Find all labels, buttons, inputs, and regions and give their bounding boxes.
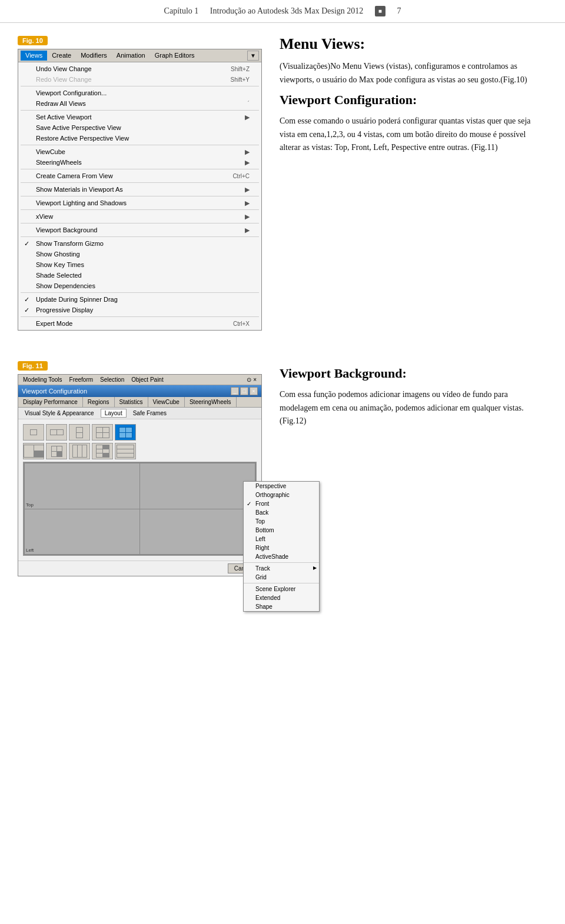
ctx-extended[interactable]: Extended (244, 593, 319, 602)
maximize-btn[interactable]: □ (240, 387, 248, 395)
vpconfig-description: Com esse comando o usuário poderá config… (280, 115, 547, 154)
menu-item-undo[interactable]: Undo View Change Shift+Z (18, 64, 261, 74)
main-content: Fig. 10 Views Create Modifiers Animation… (0, 23, 565, 588)
menu-item-showmaterials[interactable]: Show Materials in Viewport As ▶ (18, 184, 261, 195)
menu-item-showkeytimes[interactable]: Show Key Times (18, 259, 261, 270)
layout-btn-4[interactable] (92, 424, 113, 441)
menu-body: Undo View Change Shift+Z Redo View Chang… (18, 62, 261, 330)
ctx-activeshade[interactable]: ActiveShade (244, 552, 319, 561)
menu-item-restorepersp[interactable]: Restore Active Perspective View (18, 133, 261, 144)
ctx-front[interactable]: Front (244, 499, 319, 508)
menu-item-expertmode[interactable]: Expert Mode Ctrl+X (18, 318, 261, 329)
chapter-label: Capítulo 1 (164, 6, 199, 16)
toolbar-objpaint[interactable]: Object Paint (128, 376, 167, 383)
tab-display-perf[interactable]: Display Performance (18, 397, 83, 407)
vpbg-title: Viewport Background: (280, 366, 547, 381)
subtab-visual[interactable]: Visual Style & Appearance (21, 409, 98, 418)
max-icon: ■ (375, 6, 385, 16)
tab-viewcube[interactable]: ViewCube (148, 397, 185, 407)
fig10-label: Fig. 10 (18, 36, 48, 45)
menu-item-vpbackground[interactable]: Viewport Background ▶ (18, 225, 261, 235)
menu-item-vplighting[interactable]: Viewport Lighting and Shadows ▶ (18, 198, 261, 208)
menu-item-updatespinner[interactable]: Update During Spinner Drag (18, 294, 261, 305)
menu-bar-modifiers[interactable]: Modifiers (76, 51, 112, 61)
layout-btn-7[interactable] (46, 443, 67, 459)
sep5 (21, 182, 259, 183)
page-header: Capítulo 1 Introdução ao Autodesk 3ds Ma… (0, 0, 565, 23)
fig11-left: Fig. 11 Modeling Tools Freeform Selectio… (18, 360, 262, 576)
ctx-orthographic[interactable]: Orthographic (244, 491, 319, 499)
menu-item-savepersp[interactable]: Save Active Perspective View (18, 122, 261, 133)
toolbar-selection[interactable]: Selection (97, 376, 128, 383)
ctx-bottom[interactable]: Bottom (244, 526, 319, 535)
minimize-btn[interactable]: _ (231, 387, 239, 395)
fig10-left: Fig. 10 Views Create Modifiers Animation… (18, 35, 262, 331)
menu-item-viewcube[interactable]: ViewCube ▶ (18, 146, 261, 157)
dialog-footer: Cancel (18, 561, 261, 576)
sep7 (21, 209, 259, 210)
dialog-subtabs: Visual Style & Appearance Layout Safe Fr… (18, 408, 261, 419)
sep1 (21, 86, 259, 86)
ctx-back[interactable]: Back (244, 508, 319, 517)
menu-scroll-btn[interactable]: ▼ (247, 51, 259, 61)
menu-bar-views[interactable]: Views (21, 51, 47, 61)
toolbar-freeform[interactable]: Freeform (66, 376, 97, 383)
layout-btn-8[interactable] (69, 443, 90, 459)
layout-btn-1[interactable] (23, 424, 44, 441)
ctx-track[interactable]: Track (244, 564, 319, 573)
menu-item-showtransform[interactable]: Show Transform Gizmo (18, 238, 261, 249)
tab-statistics[interactable]: Statistics (115, 397, 148, 407)
ctx-grid[interactable]: Grid (244, 573, 319, 582)
ctx-left[interactable]: Left (244, 535, 319, 543)
dialog-title: Viewport Configuration (22, 388, 87, 395)
toolbar-modeling[interactable]: Modeling Tools (19, 376, 66, 383)
menu-screenshot: Views Create Modifiers Animation Graph E… (18, 49, 262, 331)
menu-item-redraw[interactable]: Redraw All Views ´ (18, 98, 261, 109)
menu-item-vpconfig[interactable]: Viewport Configuration... (18, 88, 261, 98)
subtab-safeframes[interactable]: Safe Frames (129, 409, 171, 418)
close-btn[interactable]: × (250, 387, 258, 395)
fig11-right: Viewport Background: Com essa função pod… (280, 360, 547, 576)
sep6 (21, 196, 259, 196)
ctx-shape[interactable]: Shape (244, 602, 319, 611)
ctx-top[interactable]: Top (244, 517, 319, 526)
layout-btn-3[interactable] (69, 424, 90, 441)
layout-btn-2[interactable] (46, 424, 67, 441)
viewport-config-window: Modeling Tools Freeform Selection Object… (18, 374, 262, 576)
layout-btn-9[interactable] (92, 443, 113, 459)
menu-item-showdep[interactable]: Show Dependencies (18, 281, 261, 291)
ctx-sceneexplorer[interactable]: Scene Explorer (244, 585, 319, 593)
fig10-right: Menu Views: (Visualizações)No Menu Views… (280, 35, 547, 331)
ctx-right[interactable]: Right (244, 543, 319, 552)
menu-item-redo[interactable]: Redo View Change Shift+Y (18, 74, 261, 85)
tab-steeringwheels[interactable]: SteeringWheels (185, 397, 237, 407)
tab-regions[interactable]: Regions (83, 397, 115, 407)
menu-item-setactive[interactable]: Set Active Viewport ▶ (18, 112, 261, 122)
app-toolbar: Modeling Tools Freeform Selection Object… (18, 375, 261, 385)
fig11-section: Fig. 11 Modeling Tools Freeform Selectio… (18, 360, 547, 576)
menu-item-showghosting[interactable]: Show Ghosting (18, 249, 261, 259)
preview-top-right: Perspective Orthographic Front Back Top … (140, 463, 255, 509)
views-title: Menu Views: (280, 35, 547, 53)
menu-item-shadeselected[interactable]: Shade Selected (18, 270, 261, 281)
menu-bar: Views Create Modifiers Animation Graph E… (18, 49, 261, 62)
ctx-perspective[interactable]: Perspective (244, 482, 319, 491)
preview-bottom-right (140, 509, 255, 555)
context-menu: Perspective Orthographic Front Back Top … (243, 481, 320, 612)
menu-item-xview[interactable]: xView ▶ (18, 211, 261, 222)
layout-btn-10[interactable] (115, 443, 136, 459)
dialog-body: Top Perspective Orthographic Front Back (18, 419, 261, 561)
menu-item-steeringwheels[interactable]: SteeringWheels ▶ (18, 157, 261, 168)
menu-bar-create[interactable]: Create (47, 51, 76, 61)
menu-item-progressivedisplay[interactable]: Progressive Display (18, 305, 261, 315)
sep11 (21, 316, 259, 317)
layout-btn-6[interactable] (23, 443, 44, 459)
subtab-layout[interactable]: Layout (101, 409, 127, 418)
preview-bottom-left: Left (25, 509, 139, 555)
menu-item-createcam[interactable]: Create Camera From View Ctrl+C (18, 171, 261, 181)
layout-btn-5[interactable] (115, 424, 136, 441)
menu-bar-graph[interactable]: Graph Editors (150, 51, 200, 61)
sep2 (21, 110, 259, 111)
menu-bar-animation[interactable]: Animation (112, 51, 150, 61)
fig11-label: Fig. 11 (18, 361, 48, 371)
